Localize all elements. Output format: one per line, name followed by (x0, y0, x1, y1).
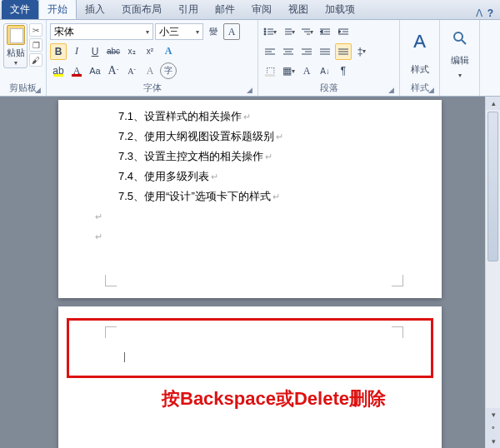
prev-page-button[interactable]: ∘ (486, 421, 500, 435)
doc-empty-line[interactable]: ↵ (93, 226, 392, 246)
next-page-button[interactable]: ▾ (486, 435, 500, 448)
align-right-button[interactable] (298, 43, 315, 60)
align-center-button[interactable] (280, 43, 297, 60)
doc-line[interactable]: 7.5、使用“设计”选项卡下的样式↵ (118, 187, 392, 207)
tab-mail[interactable]: 邮件 (207, 0, 243, 19)
font-name-combo[interactable]: 宋体▾ (50, 23, 153, 40)
shading-button[interactable]: ⬚ (262, 62, 278, 79)
document-area[interactable]: 7.1、设置样式的相关操作↵ 7.2、使用大纲视图设置标题级别↵ 7.3、设置主… (0, 97, 485, 448)
group-font: 宋体▾ 小三▾ 變 A B I U abc x₂ x² A ab A Aa Aˆ… (47, 20, 258, 96)
dialog-launcher-icon[interactable]: ◢ (428, 86, 434, 94)
align-left-button[interactable] (262, 43, 278, 60)
styles-button[interactable]: A (407, 25, 433, 58)
dialog-launcher-icon[interactable]: ◢ (388, 86, 394, 94)
group-clipboard: 粘贴 ▾ ✂ ❐ 🖌 剪贴板◢ (0, 20, 47, 96)
show-marks-button[interactable]: ¶ (335, 62, 352, 79)
svg-marker-18 (338, 30, 341, 33)
phonetic-guide-button[interactable]: 變 (205, 23, 222, 40)
doc-line[interactable]: 7.3、设置主控文档的相关操作↵ (118, 147, 392, 167)
group-styles: A 样式 样式◢ (400, 20, 440, 96)
format-painter-button[interactable]: 🖌 (29, 53, 42, 67)
styles-label: 样式 (403, 63, 436, 76)
titlebar-controls: ᐱ ? (476, 7, 493, 19)
paste-icon (7, 25, 25, 45)
chevron-down-icon[interactable]: ▾ (146, 28, 149, 36)
svg-point-4 (264, 33, 266, 35)
text-effects-button[interactable]: A (160, 43, 177, 60)
annotation-text: 按Backspace或Delete删除 (162, 386, 386, 411)
help-icon[interactable]: ? (488, 7, 493, 19)
underline-button[interactable]: U (87, 43, 103, 60)
tab-insert[interactable]: 插入 (77, 0, 113, 19)
char-shading-button[interactable]: A (298, 62, 315, 79)
tab-home[interactable]: 开始 (38, 0, 77, 19)
paste-label: 粘贴 (7, 47, 25, 59)
page-corner-icon (392, 275, 403, 286)
chevron-down-icon[interactable]: ▾ (443, 72, 476, 79)
font-color-button[interactable]: A (68, 62, 85, 79)
cut-button[interactable]: ✂ (29, 23, 42, 37)
svg-point-2 (264, 31, 266, 32)
chevron-down-icon[interactable]: ▾ (14, 59, 18, 67)
copy-button[interactable]: ❐ (29, 38, 42, 52)
svg-marker-14 (320, 30, 322, 33)
tab-references[interactable]: 引用 (170, 0, 207, 19)
group-label-editing (443, 83, 476, 96)
align-justify-button[interactable] (317, 43, 333, 60)
superscript-button[interactable]: x² (142, 43, 158, 60)
chevron-down-icon[interactable]: ▾ (196, 28, 199, 36)
shrink-font-button[interactable]: Aˇ (123, 62, 140, 79)
tab-review[interactable]: 审阅 (243, 0, 280, 19)
enclose-char-button[interactable]: 字 (160, 62, 177, 79)
scroll-up-button[interactable]: ▴ (486, 97, 500, 110)
sort-button[interactable]: A↓ (317, 62, 333, 79)
italic-button[interactable]: I (68, 43, 85, 60)
bullets-button[interactable]: ▾ (262, 23, 278, 40)
vertical-scrollbar[interactable]: ▴ ▾ ∘ ▾ (485, 97, 500, 448)
increase-indent-button[interactable] (335, 23, 352, 40)
scroll-thumb[interactable] (488, 112, 498, 261)
group-label-font: 字体◢ (50, 81, 254, 96)
doc-line[interactable]: 7.1、设置样式的相关操作↵ (118, 107, 392, 127)
highlight-button[interactable]: ab (50, 62, 67, 79)
char-border-button[interactable]: A (223, 23, 240, 40)
doc-empty-line[interactable]: ↵ (93, 207, 392, 226)
find-button[interactable] (448, 27, 472, 50)
font-size-combo[interactable]: 小三▾ (155, 23, 203, 40)
decrease-indent-button[interactable] (317, 23, 333, 40)
minimize-ribbon-icon[interactable]: ᐱ (476, 7, 482, 19)
tab-file[interactable]: 文件 (2, 0, 38, 19)
svg-point-0 (264, 28, 266, 30)
annotation-box (67, 318, 433, 378)
ribbon: 粘贴 ▾ ✂ ❐ 🖌 剪贴板◢ 宋体▾ 小三▾ 變 A B I U abc x₂… (0, 20, 500, 97)
distribute-button[interactable] (335, 43, 352, 60)
page-corner-icon (105, 275, 117, 286)
group-label-styles: 样式◢ (403, 81, 436, 96)
ribbon-tabs: 文件 开始 插入 页面布局 引用 邮件 审阅 视图 加载项 ᐱ ? (0, 0, 500, 20)
strikethrough-button[interactable]: abc (105, 43, 122, 60)
svg-line-36 (462, 40, 466, 44)
numbering-button[interactable]: ▾ (280, 23, 297, 40)
page-1[interactable]: 7.1、设置样式的相关操作↵ 7.2、使用大纲视图设置标题级别↵ 7.3、设置主… (58, 100, 442, 298)
multilevel-list-button[interactable]: ▾ (298, 23, 315, 40)
line-spacing-button[interactable]: ‡▾ (353, 43, 370, 60)
group-paragraph: ▾ ▾ ▾ ‡▾ ⬚ ▦▾ A A↓ ¶ 段落◢ (258, 20, 400, 96)
page-2[interactable]: | 按Backspace或Delete删除 (58, 306, 442, 448)
dialog-launcher-icon[interactable]: ◢ (35, 86, 41, 94)
svg-point-35 (454, 32, 462, 41)
doc-line[interactable]: 7.4、使用多级列表↵ (118, 167, 392, 187)
borders-button[interactable]: ▦▾ (280, 62, 297, 79)
bold-button[interactable]: B (50, 43, 67, 60)
clear-format-button[interactable]: A (142, 62, 158, 79)
grow-font-button[interactable]: Aˆ (105, 62, 122, 79)
paste-button[interactable]: 粘贴 ▾ (3, 23, 28, 68)
tab-page-layout[interactable]: 页面布局 (113, 0, 170, 19)
tab-addins[interactable]: 加载项 (317, 0, 363, 19)
group-label-clipboard: 剪贴板◢ (3, 81, 42, 96)
doc-line[interactable]: 7.2、使用大纲视图设置标题级别↵ (118, 127, 392, 147)
tab-view[interactable]: 视图 (280, 0, 317, 19)
scroll-down-button[interactable]: ▾ (486, 408, 500, 421)
subscript-button[interactable]: x₂ (123, 43, 140, 60)
change-case-button[interactable]: Aa (87, 62, 103, 79)
dialog-launcher-icon[interactable]: ◢ (247, 86, 252, 94)
